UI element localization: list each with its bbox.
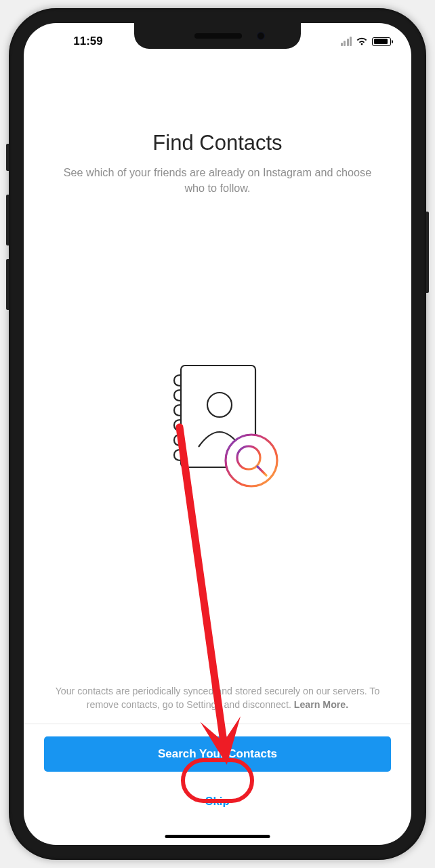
battery-icon [372,37,391,46]
skip-button[interactable]: Skip [186,788,249,815]
home-indicator[interactable] [165,835,270,838]
main-content: Find Contacts See which of your friends … [24,60,411,845]
phone-frame: 11:59 Find Contacts See which of yo [9,8,426,860]
divider [24,724,411,724]
speaker-grille [194,33,242,39]
svg-point-2 [226,435,277,486]
volume-down-button [6,259,9,310]
front-camera [257,32,265,40]
notch [134,23,301,49]
status-time: 11:59 [44,35,132,48]
mute-switch [6,144,9,171]
search-contacts-button[interactable]: Search Your Contacts [44,736,391,772]
cellular-signal-icon [341,37,352,46]
power-button [426,212,429,293]
page-title: Find Contacts [54,131,381,155]
fine-print: Your contacts are periodically synced an… [44,684,391,724]
svg-point-1 [207,393,232,417]
volume-up-button [6,195,9,245]
contacts-illustration-icon [143,352,292,501]
learn-more-link[interactable]: Learn More. [294,699,348,710]
screen: 11:59 Find Contacts See which of yo [24,23,411,845]
wifi-icon [356,37,368,46]
